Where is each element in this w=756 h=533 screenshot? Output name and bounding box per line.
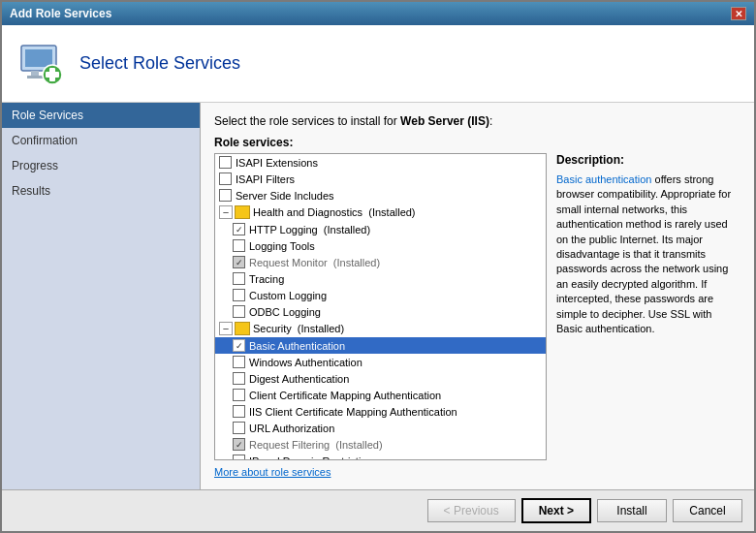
svg-rect-3 xyxy=(27,76,43,78)
list-item[interactable]: ISAPI Extensions xyxy=(215,154,546,171)
group-security[interactable]: − Security (Installed) xyxy=(215,320,546,337)
description-panel: Description: Basic authentication offers… xyxy=(556,153,740,460)
install-button[interactable]: Install xyxy=(597,499,667,522)
checkbox-custom-logging[interactable] xyxy=(233,289,245,301)
list-item[interactable]: URL Authorization xyxy=(215,420,546,436)
sidebar-item-confirmation[interactable]: Confirmation xyxy=(2,128,200,153)
checkbox-digest-auth[interactable] xyxy=(233,372,245,385)
list-item[interactable]: Logging Tools xyxy=(215,237,546,254)
checkbox-iis-client-cert[interactable] xyxy=(233,405,245,418)
description-label: Description: xyxy=(556,153,740,167)
list-item[interactable]: Client Certificate Mapping Authenticatio… xyxy=(215,387,546,403)
main-content: Select the role services to install for … xyxy=(201,103,754,489)
more-link: More about role services xyxy=(214,466,740,478)
checkbox-isapi-ext[interactable] xyxy=(219,156,232,169)
svg-rect-2 xyxy=(31,71,39,76)
cancel-button[interactable]: Cancel xyxy=(673,499,742,522)
title-bar: Add Role Services ✕ xyxy=(2,2,754,25)
description-text: Basic authentication offers strong brows… xyxy=(556,172,740,336)
checkbox-url-auth[interactable] xyxy=(233,422,245,434)
header-title: Select Role Services xyxy=(79,53,240,74)
svg-rect-6 xyxy=(46,72,59,78)
instruction-text: Select the role services to install for … xyxy=(214,114,740,128)
list-item[interactable]: ISAPI Filters xyxy=(215,171,546,187)
two-col-layout: ISAPI Extensions ISAPI Filters Server Si… xyxy=(214,153,740,460)
checkbox-request-monitor[interactable] xyxy=(233,256,245,268)
checkbox-odbc-logging[interactable] xyxy=(233,305,245,318)
checkbox-basic-auth[interactable] xyxy=(233,339,245,352)
header-icon xyxy=(17,40,66,88)
header-section: Select Role Services xyxy=(2,25,754,103)
close-button[interactable]: ✕ xyxy=(731,7,746,20)
checkbox-http-logging[interactable] xyxy=(233,223,245,235)
list-item[interactable]: Digest Authentication xyxy=(215,370,546,387)
list-item[interactable]: Windows Authentication xyxy=(215,354,546,370)
more-about-link[interactable]: More about role services xyxy=(214,466,331,478)
window-title: Add Role Services xyxy=(10,7,111,20)
list-item-basic-auth[interactable]: Basic Authentication xyxy=(215,337,546,354)
checkbox-logging-tools[interactable] xyxy=(233,239,245,252)
folder-icon xyxy=(235,205,250,219)
checkbox-windows-auth[interactable] xyxy=(233,356,245,368)
sidebar-item-role-services[interactable]: Role Services xyxy=(2,103,200,128)
previous-button[interactable]: < Previous xyxy=(427,499,516,522)
list-item[interactable]: Request Monitor (Installed) xyxy=(215,254,546,270)
checkbox-ip-domain[interactable] xyxy=(233,455,245,460)
checkbox-client-cert[interactable] xyxy=(233,389,245,401)
next-button[interactable]: Next > xyxy=(521,498,591,523)
checkbox-tracing[interactable] xyxy=(233,272,245,285)
expand-health-diag-icon[interactable]: − xyxy=(219,205,233,219)
list-item[interactable]: Custom Logging xyxy=(215,287,546,303)
list-item[interactable]: Request Filtering (Installed) xyxy=(215,436,546,453)
checkbox-isapi-filters[interactable] xyxy=(219,172,232,185)
folder-icon-security xyxy=(235,322,250,335)
svg-rect-1 xyxy=(25,49,52,67)
role-services-label: Role services: xyxy=(214,136,740,149)
tree-panel[interactable]: ISAPI Extensions ISAPI Filters Server Si… xyxy=(214,153,547,460)
sidebar-item-results[interactable]: Results xyxy=(2,178,200,204)
bottom-bar: < Previous Next > Install Cancel xyxy=(2,489,754,531)
description-body: offers strong browser compatibility. App… xyxy=(556,173,731,334)
window: Add Role Services ✕ Select Role Services xyxy=(0,0,756,533)
checkbox-server-side[interactable] xyxy=(219,189,232,202)
list-item[interactable]: Tracing xyxy=(215,270,546,287)
description-link[interactable]: Basic authentication xyxy=(556,173,651,185)
content-area: Role Services Confirmation Progress Resu… xyxy=(2,103,754,489)
group-health-diag[interactable]: − Health and Diagnostics (Installed) xyxy=(215,204,546,221)
list-item[interactable]: HTTP Logging (Installed) xyxy=(215,221,546,237)
expand-security-icon[interactable]: − xyxy=(219,322,233,335)
list-item[interactable]: IIS Client Certificate Mapping Authentic… xyxy=(215,403,546,420)
list-item[interactable]: Server Side Includes xyxy=(215,187,546,204)
sidebar: Role Services Confirmation Progress Resu… xyxy=(2,103,201,489)
list-item[interactable]: IP and Domain Restrictions xyxy=(215,453,546,460)
list-item[interactable]: ODBC Logging xyxy=(215,303,546,320)
checkbox-request-filter[interactable] xyxy=(233,438,245,451)
sidebar-item-progress[interactable]: Progress xyxy=(2,153,200,178)
